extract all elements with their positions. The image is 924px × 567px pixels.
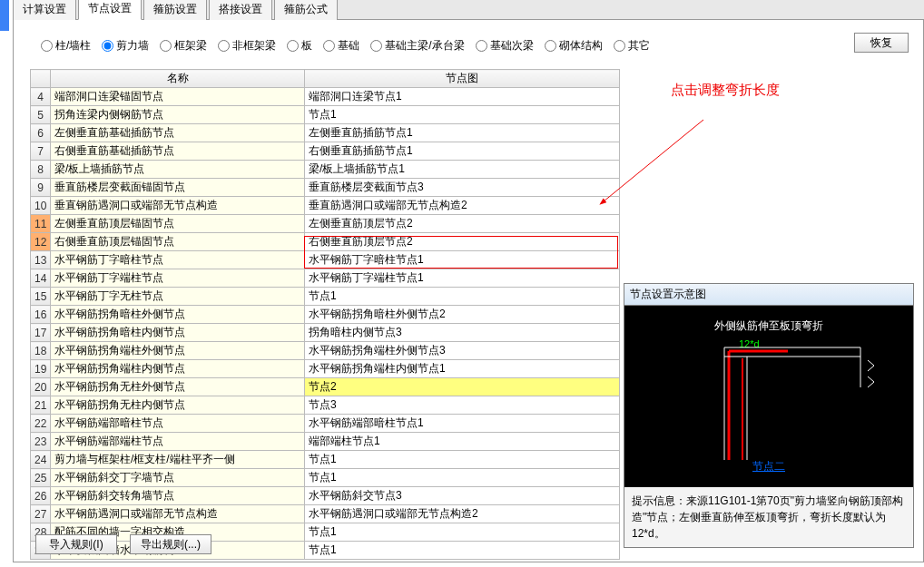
table-row[interactable]: 13水平钢筋丁字暗柱节点水平钢筋丁字暗柱节点1 [31, 251, 620, 269]
cell-img[interactable]: 水平钢筋拐角端柱外侧节点3 [305, 342, 620, 360]
col-header-name[interactable]: 名称 [51, 70, 305, 88]
export-rules-button[interactable]: 导出规则(...) [130, 534, 211, 554]
cell-img[interactable]: 右侧垂直筋插筋节点1 [305, 142, 620, 161]
radio-input-5[interactable] [323, 40, 335, 52]
row-number[interactable]: 26 [31, 487, 51, 505]
table-row[interactable]: 23水平钢筋端部端柱节点端部端柱节点1 [31, 433, 620, 451]
cell-name[interactable]: 水平钢筋拐角无柱外侧节点 [51, 378, 305, 396]
cell-name[interactable]: 垂直钢筋遇洞口或端部无节点构造 [51, 197, 305, 215]
table-row[interactable]: 5拐角连梁内侧钢筋节点节点1 [31, 106, 620, 124]
cell-name[interactable]: 拐角连梁内侧钢筋节点 [51, 106, 305, 124]
table-row[interactable]: 20水平钢筋拐角无柱外侧节点节点2 [31, 378, 620, 396]
cell-name[interactable]: 水平钢筋拐角暗柱内侧节点 [51, 324, 305, 342]
radio-8[interactable]: 砌体结构 [545, 38, 603, 54]
tab-4[interactable]: 箍筋公式 [274, 0, 338, 20]
row-number[interactable]: 13 [31, 251, 51, 269]
cell-img[interactable]: 右侧垂直筋顶层节点2 [305, 233, 620, 251]
radio-1[interactable]: 剪力墙 [102, 38, 149, 54]
table-row[interactable]: 7右侧垂直筋基础插筋节点右侧垂直筋插筋节点1 [31, 142, 620, 161]
cell-name[interactable]: 水平钢筋拐角端柱外侧节点 [51, 342, 305, 360]
cell-name[interactable]: 右侧垂直筋基础插筋节点 [51, 142, 305, 161]
row-number[interactable]: 6 [31, 124, 51, 142]
cell-img[interactable]: 梁/板上墙插筋节点1 [305, 161, 620, 179]
cell-img[interactable]: 端部端柱节点1 [305, 433, 620, 451]
row-number[interactable]: 14 [31, 269, 51, 288]
cell-img[interactable]: 节点2 [305, 378, 620, 396]
cell-img[interactable]: 节点1 [305, 451, 620, 469]
radio-3[interactable]: 非框架梁 [218, 38, 276, 54]
tab-3[interactable]: 搭接设置 [209, 0, 272, 20]
cell-name[interactable]: 水平钢筋拐角暗柱外侧节点 [51, 306, 305, 324]
cell-name[interactable]: 右侧垂直筋顶层锚固节点 [51, 233, 305, 251]
cell-name[interactable]: 垂直筋楼层变截面锚固节点 [51, 179, 305, 197]
radio-input-9[interactable] [614, 40, 625, 52]
row-number[interactable]: 19 [31, 360, 51, 378]
row-number[interactable]: 12 [31, 233, 51, 251]
row-number[interactable]: 21 [31, 396, 51, 415]
table-row[interactable]: 11左侧垂直筋顶层锚固节点左侧垂直筋顶层节点2 [31, 215, 620, 233]
row-number[interactable]: 5 [31, 106, 51, 124]
table-row[interactable]: 12右侧垂直筋顶层锚固节点右侧垂直筋顶层节点2 [31, 233, 620, 251]
cell-img[interactable]: 节点1 [305, 288, 620, 306]
radio-input-7[interactable] [476, 40, 487, 52]
row-number[interactable]: 22 [31, 415, 51, 433]
node-table[interactable]: 名称 节点图 4端部洞口连梁锚固节点端部洞口连梁节点15拐角连梁内侧钢筋节点节点… [30, 69, 620, 560]
radio-input-1[interactable] [102, 40, 113, 52]
row-number[interactable]: 24 [31, 451, 51, 469]
table-row[interactable]: 10垂直钢筋遇洞口或端部无节点构造垂直筋遇洞口或端部无节点构造2 [31, 197, 620, 215]
radio-9[interactable]: 其它 [614, 38, 650, 54]
cell-img[interactable]: 节点1 [305, 542, 620, 560]
cell-img[interactable]: 节点1 [305, 523, 620, 542]
radio-input-2[interactable] [160, 40, 172, 52]
recover-button[interactable]: 恢复 [854, 33, 909, 53]
table-row[interactable]: 15水平钢筋丁字无柱节点节点1 [31, 288, 620, 306]
table-row[interactable]: 22水平钢筋端部暗柱节点水平钢筋端部暗柱节点1 [31, 415, 620, 433]
col-header-img[interactable]: 节点图 [305, 70, 620, 88]
radio-input-0[interactable] [41, 40, 53, 52]
cell-name[interactable]: 水平钢筋拐角端柱内侧节点 [51, 360, 305, 378]
radio-input-4[interactable] [287, 40, 299, 52]
cell-img[interactable]: 左侧垂直筋顶层节点2 [305, 215, 620, 233]
row-number[interactable]: 4 [31, 88, 51, 106]
table-row[interactable]: 8梁/板上墙插筋节点梁/板上墙插筋节点1 [31, 161, 620, 179]
cell-img[interactable]: 垂直筋楼层变截面节点3 [305, 179, 620, 197]
radio-7[interactable]: 基础次梁 [476, 38, 534, 54]
radio-input-8[interactable] [545, 40, 556, 52]
cell-img[interactable]: 水平钢筋遇洞口或端部无节点构造2 [305, 505, 620, 523]
cell-img[interactable]: 节点1 [305, 469, 620, 487]
table-row[interactable]: 26水平钢筋斜交转角墙节点水平钢筋斜交节点3 [31, 487, 620, 505]
row-number[interactable]: 7 [31, 142, 51, 161]
table-row[interactable]: 24剪力墙与框架柱/框支柱/端柱平齐一侧节点1 [31, 451, 620, 469]
cell-img[interactable]: 水平钢筋斜交节点3 [305, 487, 620, 505]
table-row[interactable]: 6左侧垂直筋基础插筋节点左侧垂直筋插筋节点1 [31, 124, 620, 142]
diagram-link[interactable]: 节点二 [624, 459, 913, 474]
radio-4[interactable]: 板 [287, 38, 312, 54]
cell-name[interactable]: 剪力墙与框架柱/框支柱/端柱平齐一侧 [51, 451, 305, 469]
radio-2[interactable]: 框架梁 [160, 38, 207, 54]
table-row[interactable]: 21水平钢筋拐角无柱内侧节点节点3 [31, 396, 620, 415]
preview-diagram[interactable]: 外侧纵筋伸至板顶弯折 12*d 节点二 [624, 306, 913, 487]
row-number[interactable]: 15 [31, 288, 51, 306]
cell-name[interactable]: 水平钢筋丁字无柱节点 [51, 288, 305, 306]
cell-img[interactable]: 垂直筋遇洞口或端部无节点构造2 [305, 197, 620, 215]
cell-img[interactable]: 拐角暗柱内侧节点3 [305, 324, 620, 342]
table-row[interactable]: 16水平钢筋拐角暗柱外侧节点水平钢筋拐角暗柱外侧节点2 [31, 306, 620, 324]
cell-img[interactable]: 水平钢筋端部暗柱节点1 [305, 415, 620, 433]
row-number[interactable]: 27 [31, 505, 51, 523]
table-row[interactable]: 14水平钢筋丁字端柱节点水平钢筋丁字端柱节点1 [31, 269, 620, 288]
radio-input-6[interactable] [370, 40, 382, 52]
row-number[interactable]: 17 [31, 324, 51, 342]
cell-img[interactable]: 水平钢筋丁字端柱节点1 [305, 269, 620, 288]
table-row[interactable]: 4端部洞口连梁锚固节点端部洞口连梁节点1 [31, 88, 620, 106]
tab-0[interactable]: 计算设置 [13, 0, 76, 20]
table-row[interactable]: 18水平钢筋拐角端柱外侧节点水平钢筋拐角端柱外侧节点3 [31, 342, 620, 360]
cell-name[interactable]: 左侧垂直筋基础插筋节点 [51, 124, 305, 142]
tab-1[interactable]: 节点设置 [78, 0, 142, 20]
cell-img[interactable]: 节点1 [305, 106, 620, 124]
cell-img[interactable]: 水平钢筋拐角暗柱外侧节点2 [305, 306, 620, 324]
row-number[interactable]: 16 [31, 306, 51, 324]
table-row[interactable]: 27水平钢筋遇洞口或端部无节点构造水平钢筋遇洞口或端部无节点构造2 [31, 505, 620, 523]
radio-5[interactable]: 基础 [323, 38, 359, 54]
cell-name[interactable]: 水平钢筋端部端柱节点 [51, 433, 305, 451]
cell-name[interactable]: 端部洞口连梁锚固节点 [51, 88, 305, 106]
